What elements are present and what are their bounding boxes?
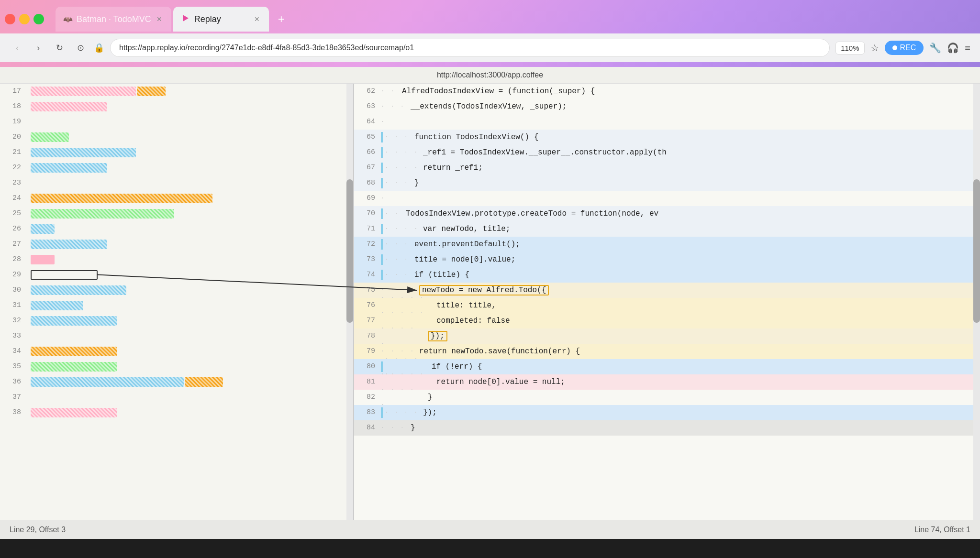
rec-button[interactable]: REC [885,41,924,55]
left-line-30: 30 [0,283,353,298]
refresh-button[interactable]: ↻ [52,40,67,55]
back-button[interactable]: ‹ [10,40,25,55]
batman-favicon: 🦇 [63,15,73,24]
right-line-68: 68· · · } [354,175,980,191]
browser-chrome: 🦇 Batman · TodoMVC ✕ Replay ✕ + ‹ › ↻ [0,0,980,67]
highlight-bar [381,178,383,188]
batman-tab[interactable]: 🦇 Batman · TodoMVC ✕ [56,7,171,32]
replay-tab-close[interactable]: ✕ [253,15,261,23]
indent-dots-74: · · · [385,267,411,283]
right-line-69: 69· [354,191,980,206]
rec-dot [892,45,897,50]
forward-icon: › [37,43,40,53]
sourcemap-block [31,316,117,326]
address-input[interactable]: https://app.replay.io/recording/2747e1dc… [110,39,830,57]
left-line-num-37: 37 [0,390,27,405]
left-line-num-33: 33 [0,328,27,344]
left-line-22: 22 [0,160,353,175]
replay-tab[interactable]: Replay ✕ [173,7,269,32]
sourcemap-block [31,87,136,96]
left-line-num-17: 17 [0,84,27,99]
right-line-84: 84· · · } [354,420,980,436]
page-url-bar: http://localhost:3000/app.coffee [0,67,980,84]
right-line-num-72: 72 [354,237,381,252]
right-scrollbar[interactable] [973,84,980,520]
right-selection-box: newTodo = new Alfred.Todo({ [419,285,549,295]
right-line-64: 64· [354,114,980,130]
left-line-num-23: 23 [0,175,27,191]
left-line-num-38: 38 [0,405,27,420]
bookmark-button[interactable]: ☆ [870,42,879,54]
highlight-bar [381,147,383,158]
menu-icon[interactable]: ≡ [965,43,970,54]
forward-button[interactable]: › [31,40,46,55]
right-line-content-72: event.preventDefault(); [411,237,980,252]
left-line-num-28: 28 [0,252,27,267]
right-line-82: 82· · · · · } [354,390,980,405]
tab-bar: 🦇 Batman · TodoMVC ✕ Replay ✕ + [0,0,980,33]
left-line-content-20 [27,130,353,145]
left-line-num-35: 35 [0,359,27,374]
right-line-content-66: _ref1 = TodosIndexView.__super__.constru… [419,145,980,160]
highlight-bar [381,254,383,265]
left-scrollbar-thumb[interactable] [346,179,353,323]
right-line-num-68: 68 [354,175,381,191]
left-line-content-28 [27,252,353,267]
right-line-75: 75· · · · newTodo = new Alfred.Todo({ [354,283,980,298]
home-button[interactable]: ⊙ [73,40,88,55]
status-right: Line 74, Offset 1 [490,525,970,534]
right-line-content-65: function TodosIndexView() { [411,130,980,145]
address-bar-row: ‹ › ↻ ⊙ 🔒 https://app.replay.io/recordin… [0,33,980,62]
sourcemap-block [31,255,55,264]
right-line-77: 77· · · · · · completed: false [354,313,980,328]
close-window-button[interactable] [5,14,15,24]
zoom-level[interactable]: 110% [835,42,864,55]
left-line-content-27 [27,237,353,252]
left-line-23: 23 [0,175,353,191]
indent-dots-63: · · · [381,99,407,114]
right-line-content-82: } [424,390,980,405]
home-icon: ⊙ [77,43,84,53]
sourcemap-block [31,132,69,142]
status-left: Line 29, Offset 3 [10,525,490,534]
sourcemap-block [31,102,107,111]
new-tab-button[interactable]: + [273,11,290,28]
indent-dots-66: · · · · [385,145,419,160]
batman-tab-close[interactable]: ✕ [155,15,164,23]
maximize-window-button[interactable] [33,14,44,24]
left-line-num-27: 27 [0,237,27,252]
minimize-window-button[interactable] [19,14,30,24]
left-line-num-18: 18 [0,99,27,114]
right-line-79: 79· · · · return newTodo.save(function(e… [354,344,980,359]
right-scrollbar-thumb[interactable] [973,179,980,323]
sourcemap-block [31,163,107,173]
indent-dots-67: · · · · [385,160,419,175]
left-line-num-19: 19 [0,114,27,130]
right-line-content-67: return _ref1; [419,160,980,175]
left-line-content-31 [27,298,353,313]
left-line-num-22: 22 [0,160,27,175]
svg-marker-0 [183,15,189,22]
right-line-content-83: }); [419,405,980,420]
right-line-num-66: 66 [354,145,381,160]
indent-dots-83: · · · · [385,405,419,420]
right-line-63: 63· · · __extends(TodosIndexView, _super… [354,99,980,114]
right-line-62: 62· · AlfredTodosIndexView = (function(_… [354,84,980,99]
left-line-19: 19 [0,114,353,130]
left-line-33: 33 [0,328,353,344]
indent-dots-73: · · · [385,252,411,267]
sourcemap-block [137,87,166,96]
left-line-content-35 [27,359,353,374]
left-scrollbar[interactable] [346,84,353,520]
sourcemap-block [31,240,107,249]
left-line-content-30 [27,283,353,298]
sourcemap-block [31,194,212,203]
batman-tab-label: Batman · TodoMVC [77,14,151,24]
settings-icon[interactable]: 🔧 [929,42,941,54]
left-line-num-30: 30 [0,283,27,298]
devtools-icon[interactable]: 🎧 [947,42,959,54]
right-line-content-80: if (!err) { [428,359,980,374]
highlight-bar [381,407,383,418]
right-line-content-68: } [411,175,980,191]
sourcemap-block [31,377,184,387]
